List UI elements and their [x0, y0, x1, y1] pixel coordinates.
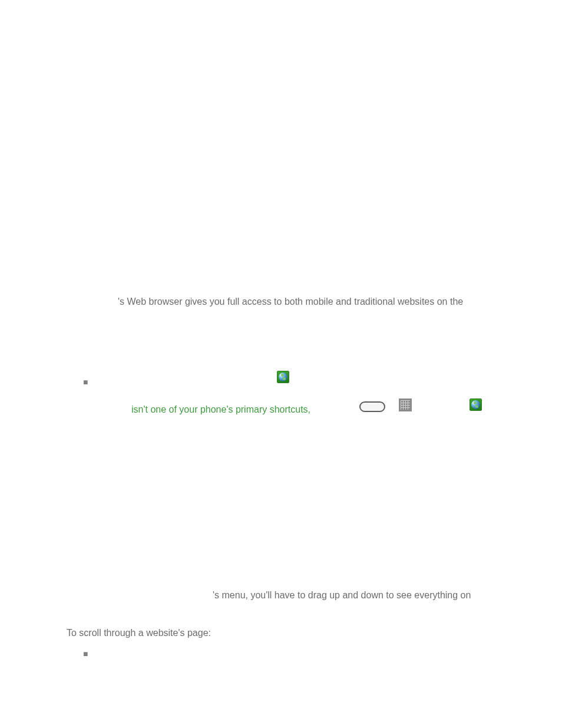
bullet-icon: ■ — [83, 649, 88, 658]
document-page: 's Web browser gives you full access to … — [0, 0, 562, 728]
tip-line2-part1: isn't one of your phone's primary shortc… — [131, 403, 310, 416]
home-button-icon — [359, 401, 385, 412]
globe-icon — [277, 371, 289, 383]
para1-line1: 's Web browser gives you full access to … — [118, 295, 463, 308]
scroll-heading: To scroll through a website's page: — [67, 627, 211, 640]
para2-line1: 's menu, you'll have to drag up and down… — [213, 589, 471, 602]
apps-grid-icon — [399, 398, 412, 411]
globe-icon — [470, 398, 482, 411]
bullet-icon: ■ — [83, 377, 88, 387]
